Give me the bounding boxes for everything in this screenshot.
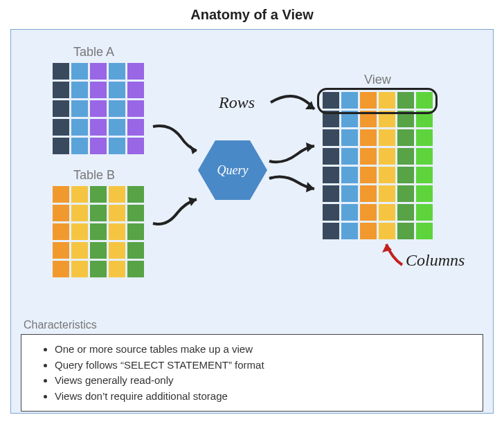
characteristics-item: Query follows “SELECT STATEMENT” format [55,358,466,374]
grid-cell [127,242,144,259]
grid-cell [53,119,69,136]
grid-cell [127,119,144,136]
grid-cell [53,261,69,277]
grid-cell [53,205,69,221]
rows-highlight [317,88,438,114]
grid-cell [71,186,88,203]
arrow-columns [378,237,413,272]
grid-cell [53,186,69,203]
page-title: Anatomy of a View [0,0,504,28]
query-hexagon: Query [198,140,267,200]
grid-cell [90,119,107,136]
query-label: Query [217,163,249,178]
grid-cell [127,186,144,203]
grid-cell [71,119,88,136]
grid-cell [90,82,107,98]
grid-cell [127,63,144,80]
grid-cell [341,129,358,146]
grid-cell [323,167,339,183]
grid-cell [416,129,433,146]
grid-cell [109,261,125,277]
arrow-table-a-to-query [150,120,205,161]
grid-cell [341,148,358,165]
grid-cell [341,223,358,239]
rows-annotation: Rows [219,93,255,112]
grid-cell [109,138,125,154]
arrow-query-to-view-bottom [266,168,321,203]
grid-cell [323,223,339,239]
grid-cell [360,204,377,221]
grid-cell [109,100,125,117]
grid-cell [323,185,339,202]
grid-cell [90,205,107,221]
characteristics-list: One or more source tables make up a view… [55,342,466,404]
grid-cell [90,63,107,80]
grid-cell [397,185,414,202]
grid-cell [127,205,144,221]
view-label: View [364,73,391,87]
grid-cell [379,185,395,202]
grid-cell [341,204,358,221]
grid-cell [127,100,144,117]
grid-cell [360,185,377,202]
grid-cell [109,82,125,98]
grid-cell [360,167,377,183]
grid-cell [127,82,144,98]
grid-cell [90,186,107,203]
grid-cell [127,138,144,154]
table-b-label: Table B [73,168,115,183]
grid-cell [109,186,125,203]
grid-cell [53,223,69,240]
grid-cell [323,148,339,165]
grid-cell [109,205,125,221]
characteristics-item: Views don’t require additional storage [55,389,466,405]
grid-cell [379,148,395,165]
grid-cell [71,82,88,98]
table-b-grid [53,186,144,277]
grid-cell [90,242,107,259]
grid-cell [379,204,395,221]
grid-cell [109,242,125,259]
grid-cell [53,82,69,98]
grid-cell [397,148,414,165]
grid-cell [397,204,414,221]
grid-cell [360,148,377,165]
grid-cell [109,119,125,136]
grid-cell [109,63,125,80]
grid-cell [379,129,395,146]
grid-cell [109,223,125,240]
characteristics-label: Characteristics [24,319,97,331]
grid-cell [397,129,414,146]
characteristics-item: Views generally read-only [55,373,466,389]
grid-cell [53,138,69,154]
grid-cell [416,148,433,165]
grid-cell [90,223,107,240]
columns-annotation: Columns [406,251,465,270]
grid-cell [53,100,69,117]
grid-cell [341,185,358,202]
grid-cell [416,167,433,183]
diagram-panel: Table A Table B View Query Rows Columns … [10,29,494,414]
grid-cell [127,261,144,277]
grid-cell [127,223,144,240]
grid-cell [323,204,339,221]
table-a-grid [53,63,144,154]
arrow-rows-to-view [267,92,323,127]
grid-cell [90,100,107,117]
grid-cell [71,205,88,221]
characteristics-item: One or more source tables make up a view [55,342,466,358]
arrow-table-b-to-query [150,189,205,230]
grid-cell [53,242,69,259]
grid-cell [53,63,69,80]
grid-cell [341,167,358,183]
grid-cell [360,223,377,239]
table-a-label: Table A [73,45,114,59]
grid-cell [90,138,107,154]
characteristics-box: One or more source tables make up a view… [21,334,483,412]
grid-cell [71,223,88,240]
grid-cell [397,167,414,183]
grid-cell [71,100,88,117]
grid-cell [360,129,377,146]
grid-cell [71,138,88,154]
grid-cell [416,204,433,221]
